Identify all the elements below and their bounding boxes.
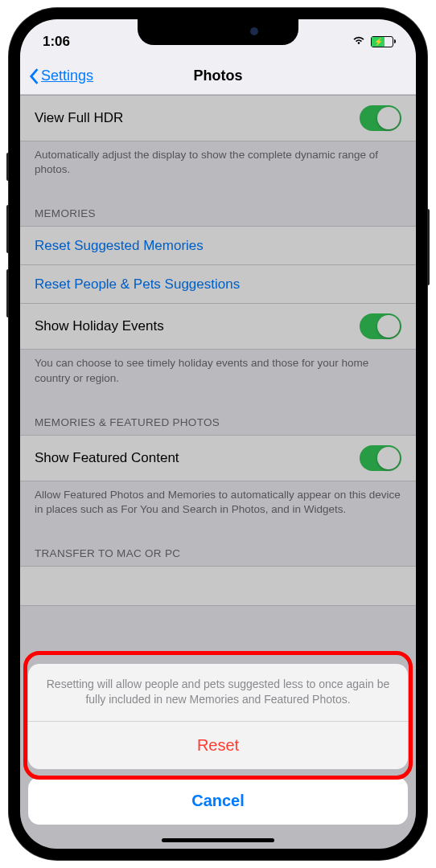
reset-suggested-label: Reset Suggested Memories [35,238,204,254]
reset-suggested-memories-button[interactable]: Reset Suggested Memories [20,227,416,265]
hdr-footer: Automatically adjust the display to show… [20,141,416,191]
hdr-toggle[interactable] [360,105,401,131]
featured-footer: Allow Featured Photos and Memories to au… [20,481,416,531]
action-sheet: Resetting will allow people and pets sug… [20,656,416,849]
holiday-toggle[interactable] [360,313,401,339]
back-label: Settings [41,68,93,84]
hdr-label: View Full HDR [35,110,123,126]
featured-group: Show Featured Content [20,435,416,481]
battery-icon: ⚡ [371,36,393,47]
show-holiday-cell: Show Holiday Events [20,304,416,349]
wifi-icon [352,34,366,50]
volume-buttons [6,153,9,334]
memories-footer: You can choose to see timely holiday eve… [20,350,416,399]
view-full-hdr-cell: View Full HDR [20,95,416,141]
phone-frame: 1:06 ⚡ Settings Photos View Full HDR [9,8,427,860]
cancel-button[interactable]: Cancel [28,777,408,825]
featured-header: MEMORIES & FEATURED PHOTOS [20,400,416,435]
holiday-label: Show Holiday Events [35,318,164,334]
transfer-group [20,566,416,606]
action-sheet-group: Resetting will allow people and pets sug… [28,664,408,769]
action-sheet-description: Resetting will allow people and pets sug… [28,664,408,722]
transfer-header: TRANSFER TO MAC OR PC [20,531,416,566]
reset-people-label: Reset People & Pets Suggestions [35,276,240,293]
power-button [427,209,430,285]
show-featured-cell: Show Featured Content [20,436,416,481]
featured-label: Show Featured Content [35,450,179,466]
memories-header: MEMORIES [20,191,416,226]
page-title: Photos [194,68,243,84]
nav-bar: Settings Photos [20,58,416,95]
home-indicator[interactable] [162,838,274,842]
notch [138,19,298,45]
featured-toggle[interactable] [360,445,401,471]
reset-button[interactable]: Reset [28,722,408,769]
status-time: 1:06 [43,34,70,50]
back-button[interactable]: Settings [28,68,93,85]
reset-people-pets-button[interactable]: Reset People & Pets Suggestions [20,265,416,304]
memories-group: Reset Suggested Memories Reset People & … [20,226,416,350]
